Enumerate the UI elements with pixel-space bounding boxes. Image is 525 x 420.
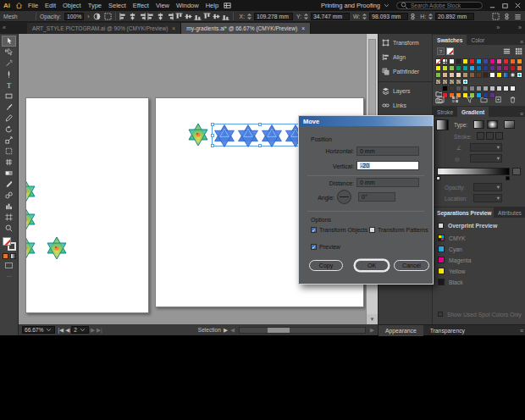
horizontal-input[interactable]: 0 mm xyxy=(356,146,419,156)
swatch[interactable] xyxy=(503,58,509,64)
align-button-1[interactable] xyxy=(129,13,136,20)
selected-star-artwork[interactable] xyxy=(213,124,236,147)
menu-select[interactable]: Select xyxy=(108,2,126,9)
plate-row-yellow[interactable]: Yellow xyxy=(438,267,465,275)
swatch-none[interactable] xyxy=(435,58,441,64)
tab-color[interactable]: Color xyxy=(467,35,489,45)
stroke-gradient-option-icon[interactable] xyxy=(495,132,503,140)
dashed-box-icon[interactable] xyxy=(104,13,112,20)
gradient-slider[interactable] xyxy=(437,168,510,175)
menu-edit[interactable]: Edit xyxy=(45,2,56,9)
distribute-button-2[interactable] xyxy=(194,13,202,20)
new-swatch-icon[interactable] xyxy=(495,96,502,103)
swatch-registration[interactable] xyxy=(442,58,448,64)
grid-view-icon[interactable] xyxy=(515,47,522,55)
stroke-proxy-none[interactable] xyxy=(446,47,454,55)
gradient-angle-select[interactable]: ▾ xyxy=(470,143,502,152)
gradient-stop-white[interactable] xyxy=(436,176,440,180)
horizontal-scrollbar-thumb[interactable] xyxy=(268,328,290,333)
gradient-annotator-box[interactable] xyxy=(512,168,521,175)
horizontal-scrollbar[interactable] xyxy=(239,327,366,334)
selection-handle[interactable] xyxy=(258,123,262,126)
pen-tool[interactable] xyxy=(2,69,16,80)
swatch[interactable] xyxy=(462,58,468,64)
dim-input-y[interactable]: 34.747 mm xyxy=(311,13,350,20)
selected-pattern-row[interactable] xyxy=(212,124,307,146)
swatch[interactable] xyxy=(496,58,502,64)
swatch[interactable] xyxy=(469,65,475,71)
last-artboard-button[interactable]: ▶| xyxy=(97,327,102,334)
column-graph-tool[interactable] xyxy=(2,201,16,212)
collapse-dock-icon[interactable]: » xyxy=(518,25,522,30)
linear-gradient-button[interactable] xyxy=(473,120,484,129)
angle-dial[interactable] xyxy=(337,190,351,204)
pencil-tool[interactable] xyxy=(2,113,16,124)
align-button-0[interactable] xyxy=(147,13,155,20)
menu-type[interactable]: Type xyxy=(88,2,102,9)
angle-input[interactable]: 0° xyxy=(358,192,395,202)
tab-attributes[interactable]: Attributes xyxy=(494,207,525,218)
show-kinds-icon[interactable] xyxy=(466,96,473,103)
checkbox-transform-objects[interactable]: ✓ xyxy=(311,227,317,233)
stepper-icon[interactable] xyxy=(246,13,253,20)
swatch[interactable] xyxy=(462,86,468,91)
spot-only-checkbox[interactable] xyxy=(438,312,443,317)
rectangle-tool[interactable] xyxy=(2,91,16,102)
swatch[interactable] xyxy=(510,58,516,64)
swatch[interactable] xyxy=(489,58,495,64)
swatch[interactable] xyxy=(456,58,461,64)
stock-search-input[interactable]: Search Adobe Stock xyxy=(396,2,483,9)
selected-star-artwork[interactable] xyxy=(260,124,284,147)
tab-close-icon[interactable]: × xyxy=(172,25,175,31)
panel-menu-icon[interactable]: ≡ xyxy=(520,328,525,334)
menu-object[interactable]: Object xyxy=(63,2,81,9)
swatch[interactable] xyxy=(510,65,516,71)
swatch[interactable] xyxy=(435,72,441,78)
next-artboard-button[interactable]: ▶ xyxy=(91,327,95,334)
first-artboard-button[interactable]: |◀ xyxy=(58,327,64,334)
blend-tool[interactable] xyxy=(2,190,16,201)
selection-handle[interactable] xyxy=(211,144,214,147)
aspect-ratio-select[interactable]: ▾ xyxy=(470,154,502,163)
star-artwork[interactable] xyxy=(46,236,68,260)
align-button-0[interactable] xyxy=(119,13,127,20)
panel-button-transform[interactable]: Transform xyxy=(382,37,419,48)
menu-effect[interactable]: Effect xyxy=(133,2,149,9)
mesh-tool[interactable] xyxy=(2,157,16,168)
swatch-dot-pattern[interactable] xyxy=(517,72,522,78)
new-color-group-icon[interactable] xyxy=(480,96,488,103)
swatch[interactable] xyxy=(462,65,468,71)
swatch[interactable] xyxy=(476,65,482,71)
swatch-libraries-icon[interactable] xyxy=(437,96,445,103)
scroll-left-arrow[interactable]: ◀ xyxy=(230,327,235,334)
swatch[interactable] xyxy=(483,72,489,78)
list-view-icon[interactable] xyxy=(503,47,511,55)
tab-gradient[interactable]: Gradient xyxy=(457,107,489,117)
swatch[interactable] xyxy=(456,72,461,78)
reference-point-icon[interactable] xyxy=(492,13,500,20)
align-button-2[interactable] xyxy=(138,13,146,20)
distribute-button-1[interactable] xyxy=(185,13,192,20)
restore-button[interactable] xyxy=(501,2,509,9)
stepper-icon[interactable] xyxy=(361,13,368,20)
gradient-tool[interactable] xyxy=(2,168,16,179)
freeform-gradient-button[interactable] xyxy=(504,120,515,129)
selection-handle[interactable] xyxy=(211,134,214,137)
move-dialog-title[interactable]: Move xyxy=(299,116,433,126)
menu-help[interactable]: Help xyxy=(206,2,218,9)
app-logo-icon[interactable]: Ai xyxy=(3,2,10,9)
distribute-button-0[interactable] xyxy=(203,13,211,20)
panel-menu-icon[interactable]: ≡ xyxy=(520,111,525,117)
delete-swatch-icon[interactable] xyxy=(509,96,517,103)
scroll-down-arrow[interactable]: ▼ xyxy=(367,314,378,324)
document-tab-1[interactable]: my-gradients.ai* @ 66.67% (CMYK/Preview)… xyxy=(181,23,311,34)
opacity-input[interactable]: 100% xyxy=(64,13,84,20)
ok-button[interactable]: OK xyxy=(355,260,389,271)
panel-button-pathfinder[interactable]: Pathfinder xyxy=(382,66,419,77)
plate-row-black[interactable]: Black xyxy=(438,278,463,286)
close-button[interactable] xyxy=(514,2,522,9)
gradient-thumbnail[interactable] xyxy=(436,119,449,130)
home-icon[interactable] xyxy=(15,2,23,9)
screen-mode-button[interactable] xyxy=(5,262,13,268)
tab-appearance[interactable]: Appearance xyxy=(379,325,423,336)
